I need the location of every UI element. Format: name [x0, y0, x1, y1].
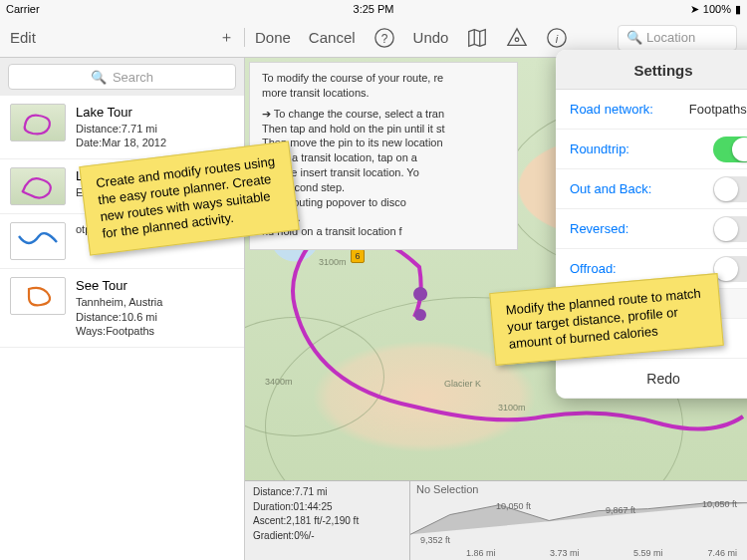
road-network-label: Road network: — [570, 102, 653, 117]
stat-distance: Distance:7.71 mi — [253, 485, 401, 500]
dist-label: 1.86 mi — [466, 548, 496, 558]
sidebar: 🔍 Search Lake Tour Distance:7.71 mi Date… — [0, 58, 245, 560]
instr-line: choose insert transit location. Yo — [262, 165, 505, 180]
undo-button[interactable]: Undo — [413, 29, 449, 46]
edit-button[interactable]: Edit — [10, 29, 36, 46]
sidebar-toolbar: Edit ＋ — [0, 28, 245, 47]
route-icon[interactable] — [506, 27, 528, 49]
instr-line: Then tap and hold on the pin until it st — [262, 122, 505, 137]
map-icon[interactable] — [466, 27, 488, 49]
route-thumb — [10, 222, 66, 260]
location-search[interactable]: 🔍 Location — [618, 25, 737, 51]
stat-duration: Duration:01:44:25 — [253, 500, 401, 515]
note-text: Create and modify routes using the easy … — [96, 153, 276, 240]
elev-label: 9,352 ft — [420, 535, 450, 545]
elevation-label: 3400m — [265, 377, 293, 387]
cancel-button[interactable]: Cancel — [309, 29, 356, 46]
reversed-row: Reversed: — [556, 209, 747, 249]
outback-label: Out and Back: — [570, 181, 651, 196]
roundtrip-row: Roundtrip: — [556, 130, 747, 169]
route-stats: Distance:7.71 mi Duration:01:44:25 Ascen… — [245, 481, 410, 560]
route-info: Lake Tour Distance:7.71 mi Date:Mar 18, … — [76, 104, 166, 150]
elev-label: 9,867 ft — [606, 505, 635, 515]
map-label: Glacier K — [444, 379, 481, 389]
instr-line: insert a transit location, tap on a — [262, 150, 505, 165]
route-thumb — [10, 277, 66, 315]
instr-line: more transit locations. — [262, 86, 505, 101]
instr-line: in a second step. — [262, 180, 505, 195]
road-network-value: Footpaths — [689, 102, 747, 117]
svg-point-2 — [516, 38, 520, 42]
dist-label: 5.59 mi — [633, 548, 663, 558]
dist-label: 3.73 mi — [550, 548, 580, 558]
roundtrip-toggle[interactable] — [713, 137, 747, 162]
route-thumb — [10, 167, 66, 205]
route-line: Ways:Footpaths — [76, 324, 162, 339]
reversed-label: Reversed: — [570, 221, 628, 236]
svg-text:?: ? — [380, 31, 387, 45]
sidebar-search-input[interactable]: 🔍 Search — [8, 64, 236, 90]
carrier-label: Carrier — [6, 3, 40, 15]
clock: 3:25 PM — [354, 3, 394, 15]
instr-line: ➔ To change the course, select a tran — [262, 107, 505, 122]
outback-row: Out and Back: — [556, 169, 747, 209]
elevation-profile[interactable]: No Selection 9,352 ft 10,050 ft 9,867 ft… — [410, 481, 747, 560]
stat-ascent: Ascent:2,181 ft/-2,190 ft — [253, 514, 401, 529]
add-button[interactable]: ＋ — [219, 28, 234, 47]
route-line: Distance:10.6 mi — [76, 310, 162, 325]
route-line: Distance:7.71 mi — [76, 122, 166, 137]
instr-line: n the routing popover to disco — [262, 195, 505, 210]
sidebar-search-wrap: 🔍 Search — [0, 58, 244, 96]
instr-line: Then move the pin to its new location — [262, 136, 505, 150]
reversed-toggle[interactable] — [713, 216, 747, 242]
instr-line: To modify the course of your route, re — [262, 71, 505, 86]
battery-label: 100% — [703, 3, 731, 15]
route-name: See Tour — [76, 277, 162, 295]
location-placeholder: Location — [646, 30, 695, 45]
help-icon[interactable]: ? — [374, 27, 395, 49]
popover-redo[interactable]: Redo — [556, 359, 747, 399]
note-text: Modify the planned route to match your t… — [505, 286, 701, 352]
no-selection-label: No Selection — [416, 483, 478, 495]
route-line: Date:Mar 18, 2012 — [76, 136, 166, 150]
offroad-toggle[interactable] — [713, 256, 747, 282]
search-placeholder: Search — [113, 70, 153, 85]
stat-gradient: Gradient:0%/- — [253, 529, 401, 544]
svg-text:i: i — [556, 32, 559, 44]
route-item[interactable]: See Tour Tannheim, Austria Distance:10.6… — [0, 269, 244, 348]
bottom-panel: Distance:7.71 mi Duration:01:44:25 Ascen… — [245, 480, 747, 560]
info-icon[interactable]: i — [546, 27, 568, 49]
route-info: See Tour Tannheim, Austria Distance:10.6… — [76, 277, 162, 339]
route-thumb — [10, 104, 66, 141]
search-icon: 🔍 — [91, 70, 107, 85]
popover-title: Settings — [556, 50, 747, 90]
main-toolbar: Done Cancel ? Undo i 🔍 Location — [245, 25, 747, 51]
status-bar: Carrier 3:25 PM ➤ 100% ▮ — [0, 0, 747, 18]
route-line: Tannheim, Austria — [76, 295, 162, 310]
waypoint-marker[interactable]: 6 — [351, 249, 365, 263]
elevation-label: 3100m — [498, 403, 526, 413]
done-button[interactable]: Done — [255, 29, 291, 46]
elev-label: 10,050 ft — [496, 501, 531, 511]
location-arrow-icon: ➤ — [690, 3, 699, 16]
road-network-row[interactable]: Road network: Footpaths › — [556, 90, 747, 130]
battery-icon: ▮ — [735, 3, 741, 16]
dist-label: 7.46 mi — [707, 548, 737, 558]
offroad-label: Offroad: — [570, 261, 617, 276]
outback-toggle[interactable] — [713, 176, 747, 202]
elev-label: 10,050 ft — [702, 499, 737, 509]
route-name: Lake Tour — [76, 104, 166, 122]
search-icon: 🔍 — [626, 30, 642, 45]
roundtrip-label: Roundtrip: — [570, 141, 629, 156]
elevation-label: 3100m — [319, 257, 347, 267]
